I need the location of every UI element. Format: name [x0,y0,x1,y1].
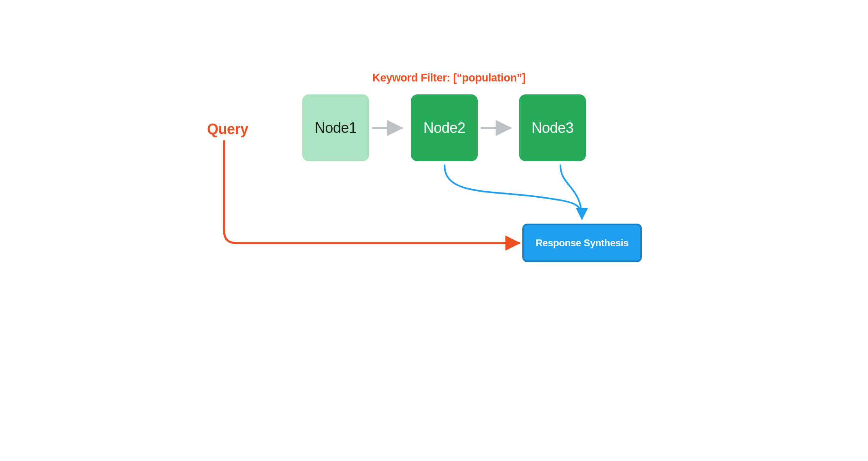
node-3: Node3 [519,94,586,161]
node-1-label: Node1 [315,120,357,137]
node-2: Node2 [411,94,478,161]
diagram-canvas: Query Keyword Filter: [“population”] Nod… [130,0,738,323]
edge-node2-to-synthesis [445,165,582,219]
response-synthesis-box: Response Synthesis [522,224,642,262]
keyword-filter-label: Keyword Filter: [“population”] [372,72,526,84]
edge-node3-to-synthesis [560,165,582,219]
query-label: Query [207,121,248,138]
node-1: Node1 [302,94,369,161]
node-2-label: Node2 [423,120,466,137]
node-3-label: Node3 [532,120,574,137]
connector-layer [130,0,738,323]
response-synthesis-label: Response Synthesis [536,237,629,249]
